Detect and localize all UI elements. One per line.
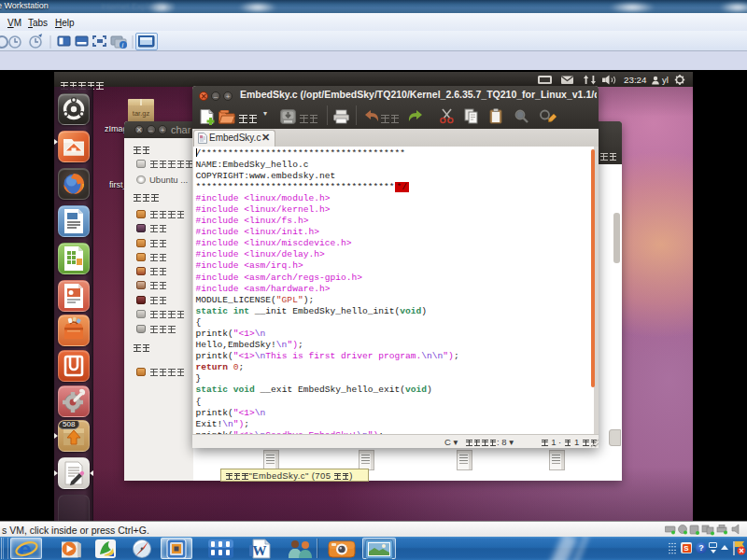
svg-text:yl: yl: [662, 75, 669, 85]
svg-text:23:24: 23:24: [624, 75, 647, 85]
svg-text:W: W: [253, 543, 267, 558]
svg-text:e: e: [19, 538, 31, 560]
